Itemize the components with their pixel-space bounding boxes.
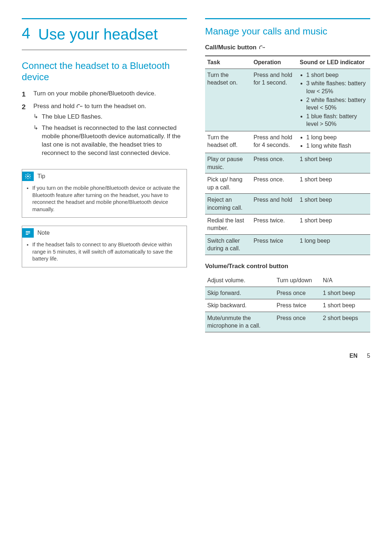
svg-point-0 xyxy=(80,106,81,107)
note-text: If the headset fails to connect to any B… xyxy=(32,241,181,263)
cell-indicator: 1 short beep xyxy=(298,173,370,194)
footer-page-number: 5 xyxy=(367,352,370,360)
cell-operation: Press twice xyxy=(251,234,297,255)
cell-task: Adjust volume. xyxy=(205,274,274,287)
cell-operation: Press and hold for 4 seconds. xyxy=(251,131,297,153)
table-row: Skip backward.Press twice1 short beep xyxy=(205,299,370,312)
result-arrow-icon: ↳ xyxy=(33,124,38,157)
table-row: Play or pause music.Press once.1 short b… xyxy=(205,153,370,173)
th-task: Task xyxy=(205,56,251,69)
step-2-text-b: to turn the headset on. xyxy=(85,103,146,110)
steps-list: Turn on your mobile phone/Bluetooth devi… xyxy=(22,90,187,160)
table-row: Pick up/ hang up a call.Press once.1 sho… xyxy=(205,173,370,194)
tip-icon xyxy=(22,172,34,181)
svg-point-1 xyxy=(81,106,82,107)
step-2-result-2-text: The headset is reconnected to the last c… xyxy=(42,124,187,157)
chapter-number: 4 xyxy=(22,26,30,41)
table-row: Adjust volume.Turn up/downN/A xyxy=(205,274,370,287)
table-row: Redial the last number.Press twice.1 sho… xyxy=(205,214,370,234)
cell-operation: Press twice. xyxy=(251,214,297,234)
chapter-title: Use your headset xyxy=(38,26,158,43)
step-1-text: Turn on your mobile phone/Bluetooth devi… xyxy=(33,90,156,99)
cell-operation: Press twice xyxy=(274,299,320,312)
table-row: Skip forward.Press once1 short beep xyxy=(205,287,370,299)
result-arrow-icon: ↳ xyxy=(33,113,38,121)
svg-point-15 xyxy=(264,47,265,48)
indicator-bullet: 3 white flashes: battery low < 25% xyxy=(306,79,368,95)
table-row: Turn the headset on.Press and hold for 1… xyxy=(205,69,370,131)
step-2-result-1: ↳ The blue LED flashes. xyxy=(33,113,187,121)
step-2-text-a: Press and hold xyxy=(33,103,76,110)
svg-rect-3 xyxy=(28,173,28,175)
note-label: Note xyxy=(37,229,50,237)
cell-task: Switch caller during a call. xyxy=(205,234,251,255)
cell-indicator: 1 long beep1 long white flash xyxy=(298,131,370,153)
step-2: Press and hold to turn the headset on. ↳… xyxy=(22,102,187,160)
cell-task: Skip forward. xyxy=(205,287,274,299)
cell-operation: Press and hold for 1 second. xyxy=(251,69,297,131)
table-row: Turn the headset off.Press and hold for … xyxy=(205,131,370,153)
svg-rect-10 xyxy=(29,177,30,178)
cell-operation: Press once. xyxy=(251,153,297,173)
subsection-volume-track: Volume/Track control button xyxy=(205,262,370,271)
svg-rect-8 xyxy=(29,174,30,176)
note-callout: Note If the headset fails to connect to … xyxy=(22,226,187,267)
cell-task: Pick up/ hang up a call. xyxy=(205,173,251,194)
indicator-bullet: 2 white flashes: battery level < 50% xyxy=(306,96,368,112)
tip-label: Tip xyxy=(37,172,45,180)
cell-indicator: 1 long beep xyxy=(298,234,370,255)
subsection-volume-track-label: Volume/Track control button xyxy=(205,262,288,271)
right-column: Manage your calls and music Call/Music b… xyxy=(205,18,370,340)
svg-rect-4 xyxy=(28,178,28,179)
step-2-result-2: ↳ The headset is reconnected to the last… xyxy=(33,124,187,157)
tip-callout: Tip If you turn on the mobile phone/Blue… xyxy=(22,169,187,218)
indicator-bullet: 1 short beep xyxy=(306,71,368,79)
top-rule xyxy=(205,18,370,19)
th-indicator: Sound or LED indicator xyxy=(298,56,370,69)
subsection-call-music-label: Call/Music button xyxy=(205,44,257,52)
cell-task: Play or pause music. xyxy=(205,153,251,173)
top-rule xyxy=(22,18,187,19)
call-music-table: Task Operation Sound or LED indicator Tu… xyxy=(205,56,370,255)
step-1: Turn on your mobile phone/Bluetooth devi… xyxy=(22,90,187,99)
note-icon xyxy=(22,228,34,238)
step-2-result-1-text: The blue LED flashes. xyxy=(42,113,102,121)
cell-operation: Press once xyxy=(274,287,320,299)
svg-rect-7 xyxy=(25,174,27,176)
section-connect-heading: Connect the headset to a Bluetooth devic… xyxy=(22,60,187,83)
cell-indicator: 1 short beep xyxy=(298,153,370,173)
cell-operation: Press once. xyxy=(251,173,297,194)
th-operation: Operation xyxy=(251,56,297,69)
indicator-bullet: 1 blue flash: battery level > 50% xyxy=(306,112,368,128)
cell-indicator: N/A xyxy=(320,274,370,287)
page-footer: EN 5 xyxy=(22,352,370,360)
cell-task: Turn the headset off. xyxy=(205,131,251,153)
table-row: Reject an incoming call.Press and hold1 … xyxy=(205,194,370,214)
left-column: 4 Use your headset Connect the headset t… xyxy=(22,18,187,340)
volume-track-table: Adjust volume.Turn up/downN/ASkip forwar… xyxy=(205,274,370,332)
cell-task: Redial the last number. xyxy=(205,214,251,234)
section-manage-heading: Manage your calls and music xyxy=(205,26,370,37)
cell-indicator: 1 short beep xyxy=(320,299,370,312)
svg-point-2 xyxy=(27,176,29,177)
tip-text: If you turn on the mobile phone/Bluetoot… xyxy=(32,185,181,213)
footer-language: EN xyxy=(350,352,358,360)
svg-rect-9 xyxy=(25,177,27,178)
cell-operation: Turn up/down xyxy=(274,274,320,287)
svg-point-14 xyxy=(262,47,264,48)
cell-operation: Press once xyxy=(274,312,320,332)
cell-task: Reject an incoming call. xyxy=(205,194,251,214)
indicator-bullet: 1 long beep xyxy=(306,134,368,141)
cell-task: Skip backward. xyxy=(205,299,274,312)
cell-indicator: 1 short beep xyxy=(298,214,370,234)
indicator-bullet: 1 long white flash xyxy=(306,142,368,150)
cell-operation: Press and hold xyxy=(251,194,297,214)
cell-indicator: 1 short beep xyxy=(298,194,370,214)
svg-rect-6 xyxy=(30,176,31,177)
cell-indicator: 1 short beep3 white flashes: battery low… xyxy=(298,69,370,131)
cell-task: Mute/unmute the microphone in a call. xyxy=(205,312,274,332)
svg-rect-5 xyxy=(25,176,26,177)
table-row: Mute/unmute the microphone in a call.Pre… xyxy=(205,312,370,332)
call-music-button-icon xyxy=(259,44,265,52)
cell-indicator: 2 short beeps xyxy=(320,312,370,332)
